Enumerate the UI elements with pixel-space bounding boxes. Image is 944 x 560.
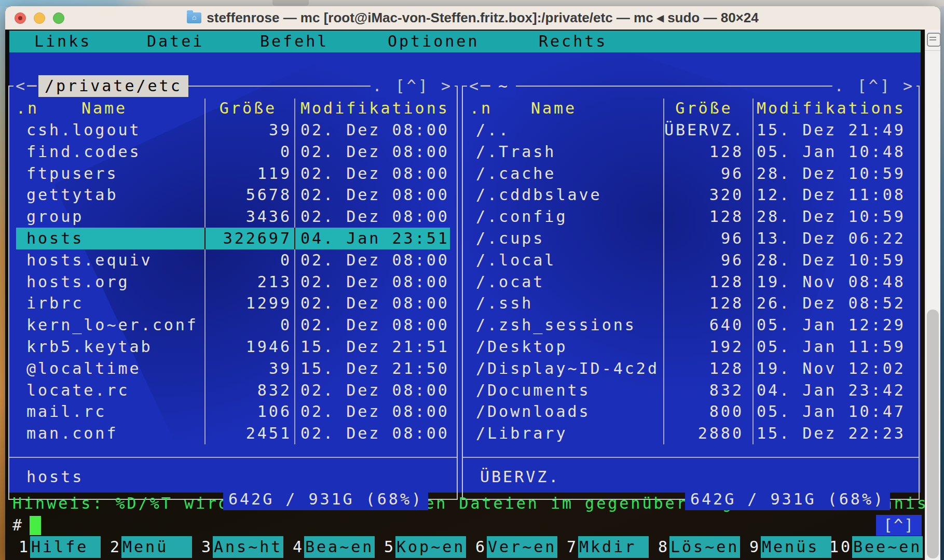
- menu-item-befehl[interactable]: Befehl: [260, 31, 329, 52]
- folder-proxy-icon[interactable]: ⌂: [187, 12, 201, 23]
- panel-right-path[interactable]: ~: [492, 75, 516, 97]
- file-mtime: 05. Jan 10:48: [757, 141, 906, 163]
- file-mtime: 15. Dez 22:23: [757, 423, 906, 444]
- file-name: csh.logout: [26, 119, 141, 141]
- file-mtime: 05. Jan 11:59: [757, 336, 906, 358]
- file-row[interactable]: /.local 96 28. Dez 10:59: [463, 249, 919, 271]
- file-row[interactable]: hosts.equiv 0 02. Dez 08:00: [9, 249, 457, 271]
- menu-item-rechts[interactable]: Rechts: [539, 31, 607, 52]
- file-row[interactable]: /Library 2880 15. Dez 22:23: [463, 423, 919, 444]
- column-header-size[interactable]: Größe: [664, 97, 744, 119]
- file-row[interactable]: ftpusers 119 02. Dez 08:00: [9, 163, 457, 185]
- column-header-name[interactable]: Name: [26, 97, 182, 119]
- selection-divider: [204, 228, 206, 249]
- panel-left-path[interactable]: /private/etc: [38, 75, 188, 97]
- file-row[interactable]: irbrc 1299 02. Dez 08:00: [9, 292, 457, 314]
- panel-up-marker[interactable]: . [^] >: [371, 75, 455, 97]
- scrollbar-thumb[interactable]: [927, 310, 939, 558]
- column-header-mtime[interactable]: Modifikations: [300, 97, 449, 119]
- file-row[interactable]: man.conf 2451 02. Dez 08:00: [9, 423, 457, 444]
- file-mtime: 02. Dez 08:00: [300, 314, 449, 336]
- file-mtime: 19. Nov 08:48: [757, 271, 906, 293]
- file-name: /Downloads: [476, 401, 591, 423]
- file-row[interactable]: /.cache 96 28. Dez 10:59: [463, 163, 919, 185]
- file-name: hosts: [26, 228, 84, 249]
- file-row[interactable]: /.cddbslave 320 12. Dez 11:08: [463, 184, 919, 206]
- file-row[interactable]: mail.rc 106 02. Dez 08:00: [9, 401, 457, 423]
- column-header-size[interactable]: Größe: [204, 97, 292, 119]
- fkey-number: 8: [644, 536, 669, 558]
- file-row[interactable]: /.ssh 128 26. Dez 08:52: [463, 292, 919, 314]
- desktop-right-wallpaper-strip: [940, 6, 944, 560]
- file-row[interactable]: /.cups 96 13. Dez 06:22: [463, 228, 919, 249]
- column-header-name[interactable]: Name: [476, 97, 632, 119]
- fkey-number: 5: [370, 536, 395, 558]
- file-mtime: 02. Dez 08:00: [300, 380, 449, 401]
- file-name: @localtime: [26, 358, 141, 380]
- file-row[interactable]: locate.rc 832 02. Dez 08:00: [9, 380, 457, 401]
- panel-collapse-arrow[interactable]: <─: [467, 75, 494, 97]
- file-size: 2451: [204, 423, 292, 444]
- file-mtime: 02. Dez 08:00: [300, 184, 449, 206]
- file-name: mail.rc: [26, 401, 106, 423]
- file-size: 5678: [204, 184, 292, 206]
- file-mtime: 15. Dez 21:49: [757, 119, 906, 141]
- file-row[interactable]: gettytab 5678 02. Dez 08:00: [9, 184, 457, 206]
- file-row[interactable]: kern_lo~er.conf 0 02. Dez 08:00: [9, 314, 457, 336]
- minimize-button[interactable]: [34, 12, 45, 24]
- scrollbar-track[interactable]: [925, 30, 940, 560]
- file-row[interactable]: find.codes 0 02. Dez 08:00: [9, 141, 457, 163]
- file-row[interactable]: /Desktop 192 05. Jan 11:59: [463, 336, 919, 358]
- file-row[interactable]: /Display~ID-4c2d 128 19. Nov 12:02: [463, 358, 919, 380]
- file-mtime: 02. Dez 08:00: [300, 141, 449, 163]
- file-size: 128: [664, 358, 744, 380]
- file-mtime: 02. Dez 08:00: [300, 206, 449, 228]
- fkey-label: Ver~en: [487, 536, 557, 558]
- terminal-window: ⌂ steffenrose — mc [root@iMac-von-Steffe…: [5, 6, 940, 560]
- file-row[interactable]: krb5.keytab 1946 15. Dez 21:51: [9, 336, 457, 358]
- file-mtime: 04. Jan 23:42: [757, 380, 906, 401]
- file-row[interactable]: /Downloads 800 05. Jan 10:47: [463, 401, 919, 423]
- file-row[interactable]: hosts.org 213 02. Dez 08:00: [9, 271, 457, 293]
- fkey-number: 3: [187, 536, 213, 558]
- mini-status: hosts: [26, 466, 84, 488]
- menu-item-datei[interactable]: Datei: [147, 31, 204, 52]
- file-mtime: 19. Nov 12:02: [757, 358, 906, 380]
- command-line[interactable]: # [^]: [5, 514, 925, 536]
- file-size: 0: [204, 141, 292, 163]
- fkey-number: 2: [95, 536, 121, 558]
- file-size: 1299: [204, 292, 292, 314]
- file-row[interactable]: /Documents 832 04. Jan 23:42: [463, 380, 919, 401]
- menu-item-links[interactable]: Links: [34, 31, 91, 52]
- fkey-label: Menüs: [761, 536, 831, 558]
- file-size: 832: [204, 380, 292, 401]
- home-glyph: ⌂: [187, 13, 201, 21]
- titlebar[interactable]: ⌂ steffenrose — mc [root@iMac-von-Steffe…: [5, 6, 940, 30]
- file-row[interactable]: /.zsh_sessions 640 05. Jan 12:29: [463, 314, 919, 336]
- close-button[interactable]: [15, 12, 26, 24]
- zoom-button[interactable]: [53, 12, 64, 24]
- file-row[interactable]: /.ocat 128 19. Nov 08:48: [463, 271, 919, 293]
- split-pane-icon[interactable]: [927, 33, 940, 47]
- menu-item-optionen[interactable]: Optionen: [388, 31, 480, 52]
- file-row[interactable]: /.config 128 28. Dez 10:59: [463, 206, 919, 228]
- file-name: gettytab: [26, 184, 118, 206]
- selection-divider: [294, 228, 295, 249]
- history-up-marker[interactable]: [^]: [876, 515, 922, 536]
- file-mtime: 02. Dez 08:00: [300, 249, 449, 271]
- file-mtime: 28. Dez 10:59: [757, 249, 906, 271]
- file-row[interactable]: /.. ÜBERVZ. 15. Dez 21:49: [463, 119, 919, 141]
- panel-collapse-arrow[interactable]: <─: [13, 75, 40, 97]
- file-mtime: 15. Dez 21:50: [300, 358, 449, 380]
- file-row[interactable]: group 3436 02. Dez 08:00: [9, 206, 457, 228]
- fkey-label: Hilfe: [30, 536, 101, 558]
- file-row[interactable]: /.Trash 128 05. Jan 10:48: [463, 141, 919, 163]
- file-row[interactable]: @localtime 39 15. Dez 21:50: [9, 358, 457, 380]
- file-row[interactable]: hosts 322697 04. Jan 23:51: [9, 228, 457, 249]
- file-mtime: 02. Dez 08:00: [300, 292, 449, 314]
- file-row[interactable]: csh.logout 39 02. Dez 08:00: [9, 119, 457, 141]
- panel-up-marker[interactable]: . [^] >: [832, 75, 916, 97]
- column-header-mtime[interactable]: Modifikations: [757, 97, 906, 119]
- file-size: 832: [664, 380, 744, 401]
- fkey-number: 10: [826, 536, 852, 558]
